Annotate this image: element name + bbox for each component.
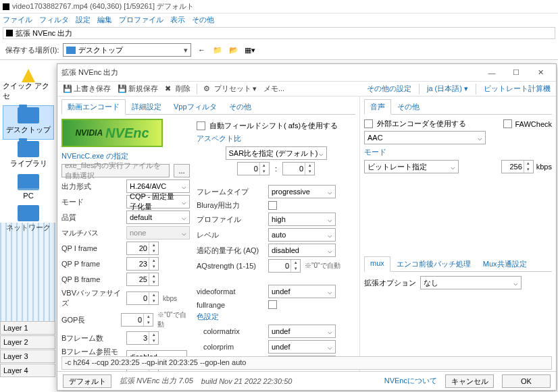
qp-i-spinner[interactable]: ▴▾: [126, 242, 159, 255]
qp-i-label: QP I frame: [61, 244, 122, 252]
afs-checkbox[interactable]: [197, 121, 205, 130]
aspect-y-spinner[interactable]: ▴▾: [282, 162, 315, 175]
delete-button[interactable]: ✖削除: [162, 82, 193, 95]
exe-path-input[interactable]: exe_files内の実行ファイルを自動選択: [61, 164, 170, 177]
app-icon: [3, 3, 9, 10]
bitrate-calc-link[interactable]: ビットレート計算機: [481, 84, 553, 94]
sidebar-pc[interactable]: PC: [3, 173, 54, 204]
audio-bitrate-spinner[interactable]: ▴▾: [501, 160, 534, 173]
chevron-down-icon: ▾: [253, 84, 257, 93]
maximize-button[interactable]: ☐: [505, 65, 528, 80]
aq-combo[interactable]: disabled⌵: [268, 244, 336, 257]
save-new-button[interactable]: 💾新規保存: [115, 82, 161, 95]
save-location-combo[interactable]: デスクトップ ▾: [63, 43, 191, 57]
menu-filter[interactable]: フィルタ: [39, 15, 69, 25]
preset-dropdown[interactable]: ⚙プリセット▾: [201, 82, 259, 95]
audio-mode-combo[interactable]: ビットレート指定⌵: [364, 160, 459, 173]
close-button[interactable]: ✕: [529, 65, 552, 80]
fawcheck-checkbox[interactable]: [503, 119, 512, 128]
quality-combo[interactable]: default⌵: [126, 211, 190, 224]
aspect-combo[interactable]: SAR比を指定 (デフォルト)⌵: [226, 146, 327, 160]
bluray-checkbox[interactable]: [268, 201, 277, 210]
audio-mode-label: モード: [364, 147, 552, 157]
bframe-spinner[interactable]: ▴▾: [126, 331, 159, 345]
left-tabs: 動画エンコード 詳細設定 Vppフィルタ その他: [61, 99, 355, 115]
colormatrix-combo[interactable]: undef⌵: [268, 325, 336, 338]
other-settings-link[interactable]: その他の設定: [364, 84, 414, 94]
quality-label: 品質: [61, 213, 122, 223]
gop-hint: ※"0"で自動: [157, 310, 190, 329]
back-button[interactable]: ←: [195, 44, 207, 56]
sub-icon: [6, 30, 13, 36]
tab-other[interactable]: その他: [223, 99, 257, 114]
videoformat-combo[interactable]: undef⌵: [268, 285, 336, 298]
tab-batch[interactable]: エンコ前後バッチ処理: [390, 256, 477, 271]
aqstrength-spinner[interactable]: ▴▾: [268, 259, 301, 273]
menu-settings[interactable]: 設定: [76, 15, 91, 25]
minimize-button[interactable]: —: [480, 65, 503, 80]
sidebar-desktop[interactable]: デスクトップ: [3, 105, 54, 140]
ext-encoder-checkbox[interactable]: [364, 119, 373, 128]
network-icon: [18, 205, 39, 221]
qp-b-label: QP B frame: [61, 275, 122, 283]
vbv-spinner[interactable]: ▴▾: [126, 291, 159, 305]
colormatrix-label: colormatrix: [197, 327, 264, 335]
right-tabs: 音声 その他: [364, 99, 552, 115]
multipass-combo[interactable]: none⌵: [126, 226, 190, 240]
layer-row[interactable]: Layer 2: [0, 335, 55, 349]
menu-view[interactable]: 表示: [170, 15, 185, 25]
default-button[interactable]: デフォルト: [63, 374, 111, 388]
frametype-combo[interactable]: progressive⌵: [268, 185, 336, 198]
refdist-label: 参照距離: [61, 371, 122, 372]
colorprim-label: colorprim: [197, 343, 264, 351]
language-dropdown[interactable]: ja (日本語) ▾: [424, 84, 471, 94]
afs-label: 自動フィールドシフト( afs)を使用する: [209, 121, 338, 131]
up-button[interactable]: 📁: [211, 44, 224, 56]
layer-row[interactable]: Layer 3: [0, 349, 55, 363]
view-button[interactable]: ▦▾: [244, 44, 256, 56]
tab-mux[interactable]: mux: [364, 256, 390, 272]
layer-row[interactable]: Layer 1: [0, 321, 55, 335]
qp-b-spinner[interactable]: ▴▾: [126, 273, 159, 286]
tab-mux-common[interactable]: Mux共通設定: [477, 256, 533, 271]
dialog-title: 拡張 NVEnc 出力: [61, 67, 118, 78]
ext-option-combo[interactable]: なし⌵: [420, 276, 522, 289]
tab-advanced[interactable]: 詳細設定: [126, 99, 168, 114]
tab-video-encode[interactable]: 動画エンコード: [61, 99, 126, 115]
audio-encoder-combo[interactable]: AAC⌵: [364, 131, 486, 144]
layer-row[interactable]: Layer 4: [0, 364, 55, 377]
output-format-combo[interactable]: H.264/AVC⌵: [126, 179, 190, 193]
colorprim-combo[interactable]: undef⌵: [268, 340, 336, 354]
gop-spinner[interactable]: ▴▾: [121, 313, 153, 327]
save-location-row: 保存する場所(I): デスクトップ ▾ ← 📁 📂 ▦▾: [0, 40, 558, 60]
chevron-down-icon: ⌵: [328, 215, 332, 224]
tab-audio-other[interactable]: その他: [391, 99, 426, 114]
menu-edit[interactable]: 編集: [97, 15, 112, 25]
save-new-icon: 💾: [118, 84, 127, 94]
save-overwrite-button[interactable]: 💾上書き保存: [60, 82, 113, 95]
profile-combo[interactable]: high⌵: [268, 213, 336, 226]
output-format-label: 出力形式: [61, 181, 122, 192]
menu-other[interactable]: その他: [192, 15, 214, 25]
fullrange-checkbox[interactable]: [268, 300, 277, 309]
about-link[interactable]: NVEncについて: [384, 376, 437, 386]
tab-audio[interactable]: 音声: [364, 99, 391, 115]
ok-button[interactable]: OK: [502, 374, 551, 388]
cancel-button[interactable]: キャンセル: [445, 374, 494, 388]
dialog-toolbar: 💾上書き保存 💾新規保存 ✖削除 ⚙プリセット▾ メモ... その他の設定 ja…: [57, 82, 556, 96]
sidebar-quick-access[interactable]: クイック アクセ: [3, 66, 54, 105]
browse-exe-button[interactable]: ...: [174, 164, 190, 177]
separator: [476, 84, 476, 94]
sidebar-libraries[interactable]: ライブラリ: [3, 140, 54, 173]
memo-button[interactable]: メモ...: [261, 82, 287, 95]
new-folder-button[interactable]: 📂: [228, 44, 240, 56]
menu-file[interactable]: ファイル: [3, 15, 32, 25]
menu-profile[interactable]: プロファイル: [119, 15, 163, 25]
mode-combo[interactable]: CQP - 固定量子化量⌵: [126, 195, 190, 208]
qp-p-spinner[interactable]: ▴▾: [126, 257, 159, 271]
aspect-x-spinner[interactable]: ▴▾: [237, 162, 270, 175]
title-text: video1703882767.mp4 (640,360) [1/59261] …: [12, 1, 194, 11]
level-combo[interactable]: auto⌵: [268, 228, 336, 242]
tab-vpp-filter[interactable]: Vppフィルタ: [168, 99, 223, 114]
chevron-down-icon: ⌵: [328, 287, 332, 296]
